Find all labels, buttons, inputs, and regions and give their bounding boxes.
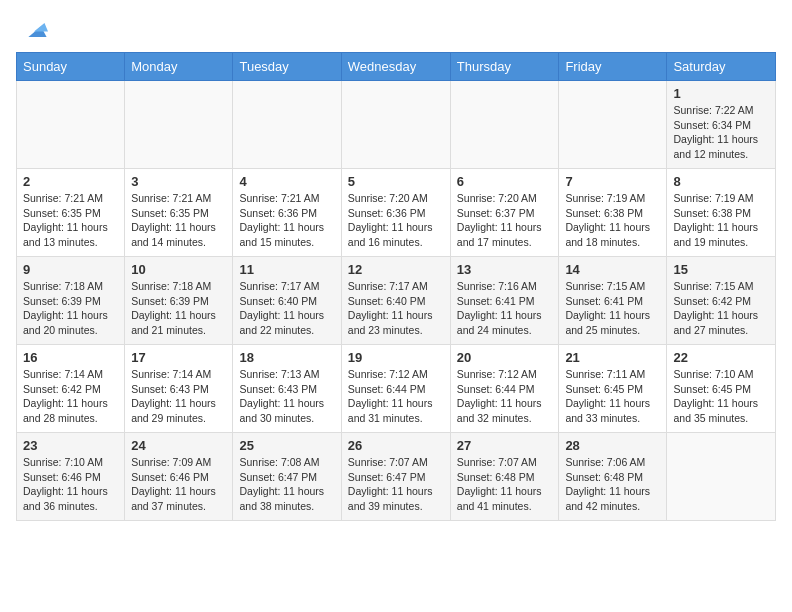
day-info: Sunrise: 7:09 AM Sunset: 6:46 PM Dayligh…: [131, 455, 226, 514]
day-info: Sunrise: 7:15 AM Sunset: 6:42 PM Dayligh…: [673, 279, 769, 338]
day-info: Sunrise: 7:11 AM Sunset: 6:45 PM Dayligh…: [565, 367, 660, 426]
day-info: Sunrise: 7:14 AM Sunset: 6:43 PM Dayligh…: [131, 367, 226, 426]
day-number: 7: [565, 174, 660, 189]
day-number: 27: [457, 438, 553, 453]
day-number: 17: [131, 350, 226, 365]
calendar-cell: 15Sunrise: 7:15 AM Sunset: 6:42 PM Dayli…: [667, 257, 776, 345]
calendar-cell: 14Sunrise: 7:15 AM Sunset: 6:41 PM Dayli…: [559, 257, 667, 345]
day-number: 1: [673, 86, 769, 101]
calendar-header-thursday: Thursday: [450, 53, 559, 81]
day-number: 25: [239, 438, 334, 453]
calendar-cell: 18Sunrise: 7:13 AM Sunset: 6:43 PM Dayli…: [233, 345, 341, 433]
day-number: 16: [23, 350, 118, 365]
day-number: 28: [565, 438, 660, 453]
calendar-cell: 24Sunrise: 7:09 AM Sunset: 6:46 PM Dayli…: [125, 433, 233, 521]
calendar-header-saturday: Saturday: [667, 53, 776, 81]
calendar-cell: 17Sunrise: 7:14 AM Sunset: 6:43 PM Dayli…: [125, 345, 233, 433]
day-info: Sunrise: 7:14 AM Sunset: 6:42 PM Dayligh…: [23, 367, 118, 426]
day-info: Sunrise: 7:20 AM Sunset: 6:36 PM Dayligh…: [348, 191, 444, 250]
day-info: Sunrise: 7:07 AM Sunset: 6:47 PM Dayligh…: [348, 455, 444, 514]
day-info: Sunrise: 7:17 AM Sunset: 6:40 PM Dayligh…: [348, 279, 444, 338]
logo-icon: [20, 16, 48, 44]
calendar-cell: 1Sunrise: 7:22 AM Sunset: 6:34 PM Daylig…: [667, 81, 776, 169]
calendar-header-monday: Monday: [125, 53, 233, 81]
calendar-cell: 12Sunrise: 7:17 AM Sunset: 6:40 PM Dayli…: [341, 257, 450, 345]
day-info: Sunrise: 7:12 AM Sunset: 6:44 PM Dayligh…: [348, 367, 444, 426]
calendar-cell: [450, 81, 559, 169]
calendar-cell: 13Sunrise: 7:16 AM Sunset: 6:41 PM Dayli…: [450, 257, 559, 345]
calendar-cell: [667, 433, 776, 521]
calendar-table: SundayMondayTuesdayWednesdayThursdayFrid…: [16, 52, 776, 521]
calendar-cell: 8Sunrise: 7:19 AM Sunset: 6:38 PM Daylig…: [667, 169, 776, 257]
calendar-cell: [17, 81, 125, 169]
calendar-week-row: 23Sunrise: 7:10 AM Sunset: 6:46 PM Dayli…: [17, 433, 776, 521]
day-info: Sunrise: 7:18 AM Sunset: 6:39 PM Dayligh…: [131, 279, 226, 338]
calendar-header-row: SundayMondayTuesdayWednesdayThursdayFrid…: [17, 53, 776, 81]
calendar-week-row: 1Sunrise: 7:22 AM Sunset: 6:34 PM Daylig…: [17, 81, 776, 169]
logo: [16, 16, 48, 44]
calendar-cell: 25Sunrise: 7:08 AM Sunset: 6:47 PM Dayli…: [233, 433, 341, 521]
calendar-cell: 22Sunrise: 7:10 AM Sunset: 6:45 PM Dayli…: [667, 345, 776, 433]
calendar-cell: 28Sunrise: 7:06 AM Sunset: 6:48 PM Dayli…: [559, 433, 667, 521]
day-number: 12: [348, 262, 444, 277]
calendar-cell: 7Sunrise: 7:19 AM Sunset: 6:38 PM Daylig…: [559, 169, 667, 257]
day-info: Sunrise: 7:15 AM Sunset: 6:41 PM Dayligh…: [565, 279, 660, 338]
day-info: Sunrise: 7:18 AM Sunset: 6:39 PM Dayligh…: [23, 279, 118, 338]
day-info: Sunrise: 7:07 AM Sunset: 6:48 PM Dayligh…: [457, 455, 553, 514]
calendar-cell: 4Sunrise: 7:21 AM Sunset: 6:36 PM Daylig…: [233, 169, 341, 257]
calendar-cell: 19Sunrise: 7:12 AM Sunset: 6:44 PM Dayli…: [341, 345, 450, 433]
calendar-cell: 21Sunrise: 7:11 AM Sunset: 6:45 PM Dayli…: [559, 345, 667, 433]
calendar-cell: [233, 81, 341, 169]
day-info: Sunrise: 7:16 AM Sunset: 6:41 PM Dayligh…: [457, 279, 553, 338]
calendar-cell: 23Sunrise: 7:10 AM Sunset: 6:46 PM Dayli…: [17, 433, 125, 521]
calendar-cell: 26Sunrise: 7:07 AM Sunset: 6:47 PM Dayli…: [341, 433, 450, 521]
day-info: Sunrise: 7:21 AM Sunset: 6:36 PM Dayligh…: [239, 191, 334, 250]
day-info: Sunrise: 7:22 AM Sunset: 6:34 PM Dayligh…: [673, 103, 769, 162]
day-number: 10: [131, 262, 226, 277]
day-info: Sunrise: 7:10 AM Sunset: 6:45 PM Dayligh…: [673, 367, 769, 426]
day-number: 2: [23, 174, 118, 189]
calendar-cell: 9Sunrise: 7:18 AM Sunset: 6:39 PM Daylig…: [17, 257, 125, 345]
day-number: 3: [131, 174, 226, 189]
calendar-cell: 11Sunrise: 7:17 AM Sunset: 6:40 PM Dayli…: [233, 257, 341, 345]
calendar-cell: 5Sunrise: 7:20 AM Sunset: 6:36 PM Daylig…: [341, 169, 450, 257]
calendar-cell: 10Sunrise: 7:18 AM Sunset: 6:39 PM Dayli…: [125, 257, 233, 345]
calendar-week-row: 9Sunrise: 7:18 AM Sunset: 6:39 PM Daylig…: [17, 257, 776, 345]
calendar-cell: 16Sunrise: 7:14 AM Sunset: 6:42 PM Dayli…: [17, 345, 125, 433]
day-number: 26: [348, 438, 444, 453]
day-number: 21: [565, 350, 660, 365]
day-info: Sunrise: 7:21 AM Sunset: 6:35 PM Dayligh…: [131, 191, 226, 250]
day-number: 5: [348, 174, 444, 189]
calendar-cell: 20Sunrise: 7:12 AM Sunset: 6:44 PM Dayli…: [450, 345, 559, 433]
day-info: Sunrise: 7:13 AM Sunset: 6:43 PM Dayligh…: [239, 367, 334, 426]
day-number: 8: [673, 174, 769, 189]
day-info: Sunrise: 7:08 AM Sunset: 6:47 PM Dayligh…: [239, 455, 334, 514]
day-info: Sunrise: 7:06 AM Sunset: 6:48 PM Dayligh…: [565, 455, 660, 514]
calendar-header-wednesday: Wednesday: [341, 53, 450, 81]
day-info: Sunrise: 7:12 AM Sunset: 6:44 PM Dayligh…: [457, 367, 553, 426]
calendar-header-sunday: Sunday: [17, 53, 125, 81]
calendar-cell: 6Sunrise: 7:20 AM Sunset: 6:37 PM Daylig…: [450, 169, 559, 257]
calendar-cell: 3Sunrise: 7:21 AM Sunset: 6:35 PM Daylig…: [125, 169, 233, 257]
calendar-header-friday: Friday: [559, 53, 667, 81]
page-header: [16, 16, 776, 44]
calendar-cell: [125, 81, 233, 169]
day-info: Sunrise: 7:19 AM Sunset: 6:38 PM Dayligh…: [673, 191, 769, 250]
day-info: Sunrise: 7:20 AM Sunset: 6:37 PM Dayligh…: [457, 191, 553, 250]
day-info: Sunrise: 7:21 AM Sunset: 6:35 PM Dayligh…: [23, 191, 118, 250]
day-number: 6: [457, 174, 553, 189]
day-number: 20: [457, 350, 553, 365]
day-number: 14: [565, 262, 660, 277]
calendar-week-row: 2Sunrise: 7:21 AM Sunset: 6:35 PM Daylig…: [17, 169, 776, 257]
day-number: 23: [23, 438, 118, 453]
calendar-cell: 27Sunrise: 7:07 AM Sunset: 6:48 PM Dayli…: [450, 433, 559, 521]
day-number: 4: [239, 174, 334, 189]
day-number: 15: [673, 262, 769, 277]
day-number: 9: [23, 262, 118, 277]
day-number: 11: [239, 262, 334, 277]
calendar-header-tuesday: Tuesday: [233, 53, 341, 81]
svg-marker-1: [34, 23, 48, 31]
day-number: 19: [348, 350, 444, 365]
calendar-cell: 2Sunrise: 7:21 AM Sunset: 6:35 PM Daylig…: [17, 169, 125, 257]
day-info: Sunrise: 7:10 AM Sunset: 6:46 PM Dayligh…: [23, 455, 118, 514]
